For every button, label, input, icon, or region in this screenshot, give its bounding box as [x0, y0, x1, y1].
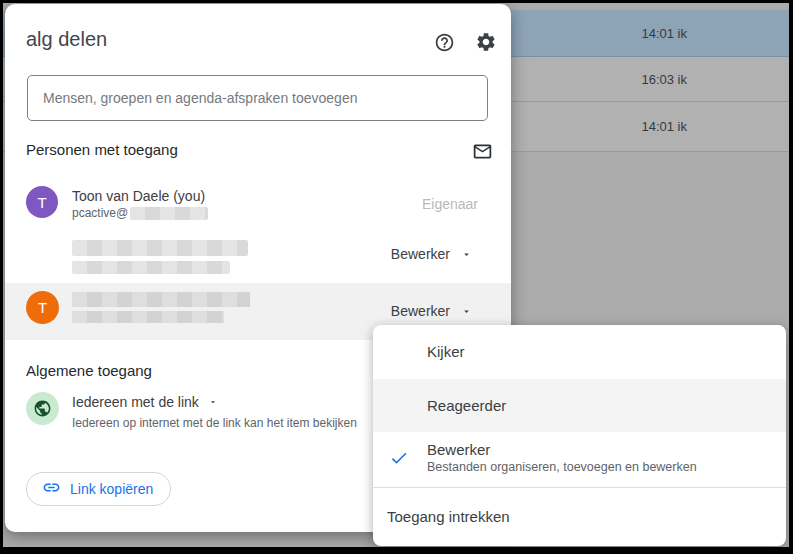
file-row-time: 16:03 ik [641, 57, 687, 101]
redacted-email [72, 311, 224, 323]
avatar-orange: T [26, 291, 59, 324]
access-scope-label: Iedereen met de link [72, 394, 199, 410]
chevron-down-icon [461, 306, 472, 317]
copy-link-label: Link kopiëren [70, 481, 153, 497]
window: 14:01 ik 16:03 ik 14:01 ik alg delen Per… [0, 0, 793, 554]
menu-item-toegang-intrekken[interactable]: Toegang intrekken [373, 488, 786, 546]
chevron-down-icon [208, 397, 218, 407]
access-description: Iedereen op internet met de link kan het… [72, 416, 357, 430]
menu-item-reageerder[interactable]: Reageerder [373, 379, 786, 432]
redacted-email [72, 261, 230, 274]
gear-icon [475, 31, 497, 53]
file-row-time: 14:01 ik [641, 10, 687, 56]
menu-item-bewerker[interactable]: Bewerker Bestanden organiseren, toevoege… [373, 432, 786, 487]
menu-item-label: Bewerker [427, 440, 697, 459]
general-access-title: Algemene toegang [26, 362, 152, 379]
person-name: Toon van Daele (you) [72, 188, 205, 204]
menu-item-bewerker-text: Bewerker Bestanden organiseren, toevoege… [427, 440, 697, 476]
redacted-name [72, 292, 250, 307]
envelope-icon [472, 141, 493, 162]
role-label: Bewerker [391, 246, 450, 262]
globe-icon [26, 392, 59, 425]
dialog-title: alg delen [26, 28, 107, 51]
role-owner-label: Eigenaar [422, 196, 478, 212]
file-row-time: 14:01 ik [641, 102, 687, 151]
avatar-photo [26, 238, 59, 271]
add-people-input[interactable] [27, 75, 488, 121]
chevron-down-icon [461, 249, 472, 260]
access-scope-dropdown[interactable]: Iedereen met de link [72, 394, 218, 410]
role-label: Bewerker [391, 303, 450, 319]
person-email: pcactive@ [72, 206, 208, 220]
avatar-owner: T [26, 186, 58, 218]
role-dropdown-open[interactable]: Bewerker [391, 303, 472, 319]
role-dropdown[interactable]: Bewerker [391, 246, 472, 262]
checkmark-icon [389, 448, 409, 471]
link-icon [42, 478, 61, 500]
help-icon [434, 32, 455, 53]
redacted-email [130, 207, 208, 220]
role-menu: Kijker Reageerder Bewerker Bestanden org… [373, 325, 786, 546]
email-people-button[interactable] [470, 139, 494, 163]
copy-link-button[interactable]: Link kopiëren [26, 472, 171, 506]
help-button[interactable] [432, 30, 456, 54]
menu-item-kijker[interactable]: Kijker [373, 325, 786, 379]
person-row: Bewerker [5, 228, 511, 283]
settings-button[interactable] [474, 30, 498, 54]
menu-item-description: Bestanden organiseren, toevoegen en bewe… [427, 459, 697, 476]
redacted-name [72, 240, 248, 256]
person-row-owner: T Toon van Daele (you) pcactive@ Eigenaa… [5, 174, 511, 226]
people-section-title: Personen met toegang [26, 141, 178, 158]
